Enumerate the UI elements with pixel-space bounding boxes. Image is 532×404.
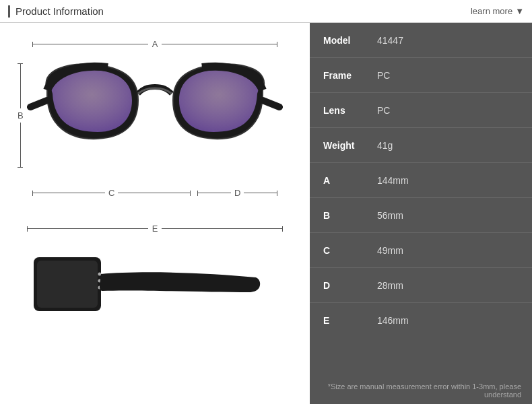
arrow-line-d2: [244, 193, 277, 193]
learn-more-label: learn more: [471, 6, 512, 16]
spec-value-lens: PC: [377, 105, 390, 116]
spec-value-a: 144mm: [377, 175, 409, 186]
spec-rows: Model41447FramePCLensPCWeight41gA144mmB5…: [310, 23, 532, 338]
dropdown-icon: ▼: [515, 6, 524, 16]
svg-rect-3: [37, 261, 98, 308]
dimension-b-label: B: [18, 110, 24, 121]
dimension-c-label: C: [108, 188, 114, 198]
dimension-e-label: E: [152, 224, 158, 234]
spec-row-e: E146mm: [310, 303, 532, 338]
spec-row-a: A144mm: [310, 163, 532, 198]
tick-right-a: [277, 42, 277, 47]
tick-right-c: [190, 191, 191, 196]
arrow-line-a: [33, 44, 148, 44]
glasses-side-image: [27, 237, 269, 345]
spec-value-model: 41447: [377, 35, 403, 46]
dimension-cd-arrows: C D: [32, 188, 277, 198]
spec-row-model: Model41447: [310, 23, 532, 58]
arrow-line-e: [28, 228, 148, 229]
svg-line-0: [30, 100, 47, 107]
spec-row-lens: LensPC: [310, 93, 532, 128]
tick-bottom-b: [18, 167, 23, 168]
spec-value-frame: PC: [377, 70, 390, 81]
arrow-line-c2: [118, 193, 190, 193]
spec-value-c: 49mm: [377, 245, 403, 256]
spec-row-d: D28mm: [310, 268, 532, 303]
spec-label-a: A: [323, 175, 377, 186]
arrow-line-a2: [162, 44, 277, 44]
side-view-diagram: E: [13, 218, 296, 353]
tick-right-e: [282, 226, 283, 232]
spec-label-c: C: [323, 245, 377, 256]
spec-note: *Size are manual measurement error withi…: [310, 377, 532, 404]
dimension-a-arrow: A: [32, 39, 277, 49]
spec-value-b: 56mm: [377, 210, 403, 221]
spec-row-weight: Weight41g: [310, 128, 532, 163]
spec-row-frame: FramePC: [310, 58, 532, 93]
spec-label-lens: Lens: [323, 105, 377, 116]
arrow-line-b: [20, 64, 21, 108]
header-bar-icon: [8, 5, 10, 18]
tick-right-d: [277, 191, 277, 196]
specs-panel: Model41447FramePCLensPCWeight41gA144mmB5…: [310, 23, 532, 404]
header-left: Product Information: [8, 5, 104, 18]
dimension-e-arrow: E: [27, 224, 283, 234]
arrow-line-d: [198, 193, 231, 193]
front-view-diagram: A B: [13, 30, 296, 211]
svg-line-1: [263, 100, 279, 107]
learn-more-button[interactable]: learn more ▼: [471, 6, 524, 16]
spec-value-d: 28mm: [377, 280, 403, 291]
svg-point-4: [98, 273, 102, 276]
spec-label-d: D: [323, 280, 377, 291]
left-panel: A B: [0, 23, 310, 404]
dimension-d-label: D: [234, 188, 240, 198]
main-content: A B: [0, 23, 532, 404]
spec-row-b: B56mm: [310, 198, 532, 233]
spec-label-model: Model: [323, 35, 377, 46]
spec-value-e: 146mm: [377, 315, 409, 326]
spec-label-b: B: [323, 210, 377, 221]
spec-row-c: C49mm: [310, 233, 532, 268]
spec-label-frame: Frame: [323, 70, 377, 81]
arrow-line-e2: [162, 228, 282, 229]
page-title: Product Information: [15, 5, 104, 17]
glasses-front-image: [27, 50, 283, 171]
spec-label-e: E: [323, 315, 377, 326]
dimension-a-label: A: [152, 39, 158, 49]
header: Product Information learn more ▼: [0, 0, 532, 23]
spec-label-weight: Weight: [323, 140, 377, 151]
spec-value-weight: 41g: [377, 140, 393, 151]
arrow-line-b2: [20, 123, 21, 167]
dimension-b-arrow: B: [18, 63, 24, 168]
arrow-line-c: [33, 193, 105, 193]
